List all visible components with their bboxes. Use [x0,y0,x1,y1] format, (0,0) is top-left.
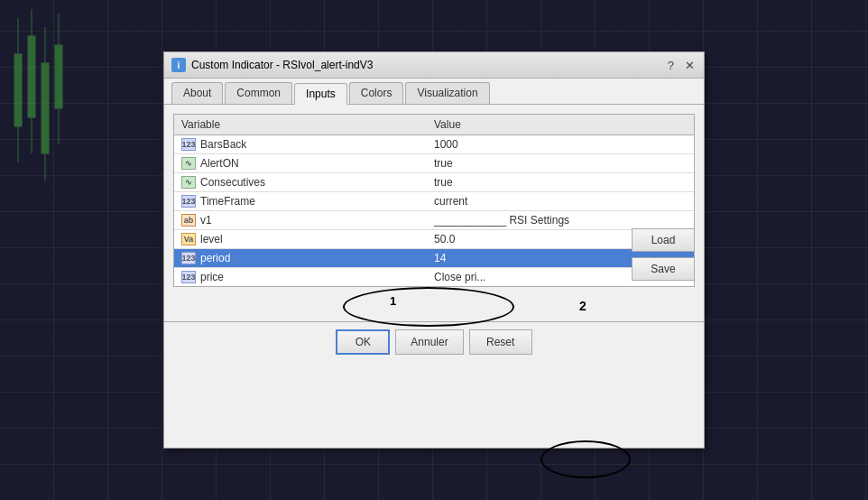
table-row[interactable]: 123priceClose pri... [174,268,694,287]
variable-name: level [200,233,223,245]
close-button[interactable]: ✕ [683,59,697,72]
svg-rect-5 [42,63,49,153]
row-type-icon: 123 [181,195,196,208]
variable-name: TimeFrame [200,195,255,208]
table-row[interactable]: ∿AlertONtrue [174,154,694,173]
row-type-icon: 123 [181,138,196,151]
dialog-window: i Custom Indicator - RSIvol_alert-indV3 … [163,51,705,449]
variable-name: v1 [200,214,212,227]
tab-common[interactable]: Common [225,82,292,104]
reset-button[interactable]: Reset [469,329,532,355]
variable-value: current [427,192,694,211]
variable-name: Consecutives [200,176,265,189]
data-table-wrap: Variable Value 123BarsBack1000∿AlertONtr… [173,114,695,287]
variable-name: period [200,252,230,264]
col-header-variable: Variable [174,115,427,135]
help-button[interactable]: ? [666,59,676,72]
row-type-icon: ∿ [181,176,196,189]
annotation-area-1: 1 [173,294,695,312]
save-button[interactable]: Save [632,257,695,281]
row-type-icon: 123 [181,252,196,264]
row-type-icon: ∿ [181,157,196,170]
variable-value: true [427,173,694,192]
annotation-2: 2 [579,299,586,313]
tabs-bar: About Common Inputs Colors Visualization [164,79,704,105]
variable-value: 1000 [427,135,694,154]
svg-rect-1 [14,54,22,126]
title-bar-left: i Custom Indicator - RSIvol_alert-indV3 [171,58,373,72]
table-row[interactable]: ∿Consecutivestrue [174,173,694,192]
app-icon: i [171,58,186,72]
table-row[interactable]: abv1____________ RSI Settings [174,211,694,230]
variable-name: price [200,271,224,283]
inputs-table: Variable Value 123BarsBack1000∿AlertONtr… [174,115,694,286]
row-type-icon: ab [181,214,196,227]
tab-visualization[interactable]: Visualization [405,82,489,104]
variable-name: BarsBack [200,138,246,151]
window-title: Custom Indicator - RSIvol_alert-indV3 [191,59,373,71]
table-row[interactable]: 123period14 [174,249,694,268]
variable-value: ____________ RSI Settings [427,211,694,230]
dialog-footer: OK Annuler Reset 2 [164,321,704,362]
content-area: Variable Value 123BarsBack1000∿AlertONtr… [164,105,704,321]
svg-rect-3 [28,36,35,117]
tab-about[interactable]: About [171,82,223,104]
side-buttons: Load Save [632,228,695,281]
row-type-icon: Va [181,233,196,245]
table-row[interactable]: Valevel50.0 [174,230,694,249]
row-type-icon: 123 [181,271,196,283]
svg-rect-7 [55,45,62,108]
tab-inputs[interactable]: Inputs [294,83,347,105]
load-button[interactable]: Load [632,228,695,252]
variable-name: AlertON [200,157,239,170]
table-row[interactable]: 123TimeFramecurrent [174,192,694,211]
col-header-value: Value [427,115,694,135]
title-bar-controls: ? ✕ [666,59,697,72]
table-row[interactable]: 123BarsBack1000 [174,135,694,154]
annotation-1: 1 [390,294,396,308]
variable-value: true [427,154,694,173]
tab-colors[interactable]: Colors [349,82,404,104]
title-bar: i Custom Indicator - RSIvol_alert-indV3 … [164,52,704,79]
ok-button[interactable]: OK [336,329,390,355]
cancel-button[interactable]: Annuler [395,329,463,355]
